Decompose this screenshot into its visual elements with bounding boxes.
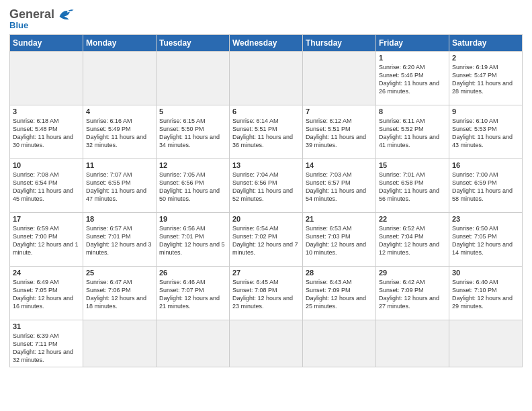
week-row-4: 17Sunrise: 6:59 AM Sunset: 7:00 PM Dayli… <box>10 213 523 267</box>
day-info: Sunrise: 7:03 AM Sunset: 6:57 PM Dayligh… <box>306 171 373 203</box>
day-number: 12 <box>159 161 226 169</box>
day-number: 8 <box>379 107 446 116</box>
day-number: 21 <box>306 215 373 223</box>
day-info: Sunrise: 6:50 AM Sunset: 7:05 PM Dayligh… <box>452 224 519 257</box>
calendar-cell <box>230 320 303 367</box>
calendar-cell: 24Sunrise: 6:49 AM Sunset: 7:05 PM Dayli… <box>10 267 83 320</box>
day-info: Sunrise: 7:04 AM Sunset: 6:56 PM Dayligh… <box>232 171 300 203</box>
day-info: Sunrise: 6:56 AM Sunset: 7:01 PM Dayligh… <box>159 224 226 257</box>
calendar-cell: 27Sunrise: 6:45 AM Sunset: 7:08 PM Dayli… <box>230 267 303 320</box>
day-info: Sunrise: 6:40 AM Sunset: 7:10 PM Dayligh… <box>452 278 519 311</box>
calendar-cell: 17Sunrise: 6:59 AM Sunset: 7:00 PM Dayli… <box>10 213 83 267</box>
calendar-cell <box>376 320 449 367</box>
day-number: 27 <box>232 269 300 277</box>
day-header-monday: Monday <box>83 35 157 52</box>
day-info: Sunrise: 6:39 AM Sunset: 7:11 PM Dayligh… <box>13 332 80 365</box>
week-row-2: 3Sunrise: 6:18 AM Sunset: 5:48 PM Daylig… <box>10 105 523 159</box>
calendar-cell: 12Sunrise: 7:05 AM Sunset: 6:56 PM Dayli… <box>157 159 230 213</box>
calendar-cell: 19Sunrise: 6:56 AM Sunset: 7:01 PM Dayli… <box>157 213 230 267</box>
day-number: 23 <box>452 215 519 223</box>
day-info: Sunrise: 7:01 AM Sunset: 6:58 PM Dayligh… <box>379 171 446 203</box>
logo-blue-text: Blue <box>9 20 28 30</box>
calendar-cell: 21Sunrise: 6:53 AM Sunset: 7:03 PM Dayli… <box>303 213 376 267</box>
day-info: Sunrise: 6:57 AM Sunset: 7:01 PM Dayligh… <box>86 224 153 257</box>
day-info: Sunrise: 6:12 AM Sunset: 5:51 PM Dayligh… <box>306 117 373 150</box>
day-info: Sunrise: 6:53 AM Sunset: 7:03 PM Dayligh… <box>306 224 373 257</box>
day-info: Sunrise: 7:05 AM Sunset: 6:56 PM Dayligh… <box>159 171 226 203</box>
day-header-sunday: Sunday <box>10 35 83 52</box>
calendar-cell: 15Sunrise: 7:01 AM Sunset: 6:58 PM Dayli… <box>376 159 449 213</box>
day-number: 5 <box>159 107 226 116</box>
day-info: Sunrise: 6:15 AM Sunset: 5:50 PM Dayligh… <box>159 117 226 150</box>
calendar-cell: 5Sunrise: 6:15 AM Sunset: 5:50 PM Daylig… <box>157 105 230 159</box>
days-header-row: SundayMondayTuesdayWednesdayThursdayFrid… <box>10 35 523 52</box>
calendar-cell: 2Sunrise: 6:19 AM Sunset: 5:47 PM Daylig… <box>449 52 523 105</box>
calendar-cell: 1Sunrise: 6:20 AM Sunset: 5:46 PM Daylig… <box>376 52 449 105</box>
calendar-cell: 8Sunrise: 6:11 AM Sunset: 5:52 PM Daylig… <box>376 105 449 159</box>
day-number: 17 <box>13 215 80 223</box>
calendar-cell: 3Sunrise: 6:18 AM Sunset: 5:48 PM Daylig… <box>10 105 83 159</box>
calendar-cell: 25Sunrise: 6:47 AM Sunset: 7:06 PM Dayli… <box>83 267 157 320</box>
day-info: Sunrise: 6:43 AM Sunset: 7:09 PM Dayligh… <box>306 278 373 311</box>
day-info: Sunrise: 6:16 AM Sunset: 5:49 PM Dayligh… <box>86 117 153 150</box>
day-info: Sunrise: 7:07 AM Sunset: 6:55 PM Dayligh… <box>86 171 153 203</box>
calendar-cell <box>157 52 230 105</box>
day-info: Sunrise: 6:59 AM Sunset: 7:00 PM Dayligh… <box>13 224 80 257</box>
day-info: Sunrise: 6:45 AM Sunset: 7:08 PM Dayligh… <box>232 278 300 311</box>
logo-general-text: General <box>9 7 54 21</box>
calendar-cell: 31Sunrise: 6:39 AM Sunset: 7:11 PM Dayli… <box>10 320 83 367</box>
page-header: General Blue <box>9 7 523 30</box>
day-number: 2 <box>452 54 519 62</box>
day-number: 29 <box>379 269 446 277</box>
day-header-thursday: Thursday <box>303 35 376 52</box>
day-number: 26 <box>159 269 226 277</box>
week-row-3: 10Sunrise: 7:08 AM Sunset: 6:54 PM Dayli… <box>10 159 523 213</box>
calendar-cell: 9Sunrise: 6:10 AM Sunset: 5:53 PM Daylig… <box>449 105 523 159</box>
day-number: 31 <box>13 322 80 330</box>
day-number: 30 <box>452 269 519 277</box>
logo-bird-icon <box>56 7 75 21</box>
day-info: Sunrise: 7:08 AM Sunset: 6:54 PM Dayligh… <box>13 171 80 203</box>
day-header-friday: Friday <box>376 35 449 52</box>
day-header-wednesday: Wednesday <box>230 35 303 52</box>
day-info: Sunrise: 6:47 AM Sunset: 7:06 PM Dayligh… <box>86 278 153 311</box>
day-info: Sunrise: 6:14 AM Sunset: 5:51 PM Dayligh… <box>232 117 300 150</box>
calendar-cell: 20Sunrise: 6:54 AM Sunset: 7:02 PM Dayli… <box>230 213 303 267</box>
calendar-cell: 30Sunrise: 6:40 AM Sunset: 7:10 PM Dayli… <box>449 267 523 320</box>
day-info: Sunrise: 6:10 AM Sunset: 5:53 PM Dayligh… <box>452 117 519 150</box>
calendar-cell <box>303 320 376 367</box>
day-number: 13 <box>232 161 300 169</box>
day-header-saturday: Saturday <box>449 35 523 52</box>
day-number: 7 <box>306 107 373 116</box>
day-number: 10 <box>13 161 80 169</box>
calendar-cell <box>303 52 376 105</box>
day-info: Sunrise: 6:42 AM Sunset: 7:09 PM Dayligh… <box>379 278 446 311</box>
day-info: Sunrise: 7:00 AM Sunset: 6:59 PM Dayligh… <box>452 171 519 203</box>
day-number: 4 <box>86 107 153 116</box>
calendar-cell: 22Sunrise: 6:52 AM Sunset: 7:04 PM Dayli… <box>376 213 449 267</box>
calendar-cell: 10Sunrise: 7:08 AM Sunset: 6:54 PM Dayli… <box>10 159 83 213</box>
day-info: Sunrise: 6:46 AM Sunset: 7:07 PM Dayligh… <box>159 278 226 311</box>
calendar-cell <box>449 320 523 367</box>
day-number: 6 <box>232 107 300 116</box>
calendar-cell: 6Sunrise: 6:14 AM Sunset: 5:51 PM Daylig… <box>230 105 303 159</box>
calendar-cell: 28Sunrise: 6:43 AM Sunset: 7:09 PM Dayli… <box>303 267 376 320</box>
day-number: 9 <box>452 107 519 116</box>
day-info: Sunrise: 6:49 AM Sunset: 7:05 PM Dayligh… <box>13 278 80 311</box>
calendar-cell <box>10 52 83 105</box>
day-info: Sunrise: 6:52 AM Sunset: 7:04 PM Dayligh… <box>379 224 446 257</box>
day-number: 3 <box>13 107 80 116</box>
day-number: 1 <box>379 54 446 62</box>
calendar-cell: 23Sunrise: 6:50 AM Sunset: 7:05 PM Dayli… <box>449 213 523 267</box>
day-number: 20 <box>232 215 300 223</box>
week-row-5: 24Sunrise: 6:49 AM Sunset: 7:05 PM Dayli… <box>10 267 523 320</box>
day-number: 24 <box>13 269 80 277</box>
day-number: 22 <box>379 215 446 223</box>
day-number: 16 <box>452 161 519 169</box>
day-info: Sunrise: 6:20 AM Sunset: 5:46 PM Dayligh… <box>379 63 446 96</box>
calendar-cell: 14Sunrise: 7:03 AM Sunset: 6:57 PM Dayli… <box>303 159 376 213</box>
day-info: Sunrise: 6:54 AM Sunset: 7:02 PM Dayligh… <box>232 224 300 257</box>
calendar-table: SundayMondayTuesdayWednesdayThursdayFrid… <box>9 34 523 367</box>
calendar-cell: 11Sunrise: 7:07 AM Sunset: 6:55 PM Dayli… <box>83 159 157 213</box>
day-number: 11 <box>86 161 153 169</box>
